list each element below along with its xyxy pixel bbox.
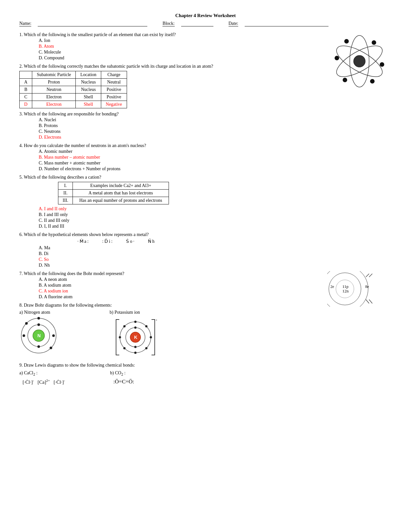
q5-option-b: B. I and III only (39, 212, 392, 217)
svg-line-18 (369, 300, 372, 303)
q4-option-d: D. Number of electrons + Number of proto… (39, 166, 392, 172)
header-line: Name: Block: Date: (19, 21, 392, 26)
date-label: Date: (229, 21, 238, 26)
svg-point-9 (343, 78, 347, 82)
svg-point-39 (134, 321, 137, 323)
dot-di: :D̈i: (102, 239, 118, 244)
svg-point-4 (335, 56, 339, 60)
svg-point-46 (123, 347, 126, 350)
q5-options: A. I and II only B. I and III only C. II… (39, 206, 392, 229)
svg-line-19 (366, 274, 369, 277)
dot-so: Ṡo· (126, 239, 140, 244)
svg-point-27 (37, 317, 40, 320)
q4-option-c: C. Mass number + atomic number (39, 161, 392, 166)
q5-table: I. Examples include Ca2+ and Al3+ II. A … (58, 182, 169, 204)
page-container: Chapter 4 Review Worksheet Name: Block: … (19, 13, 392, 385)
svg-point-30 (25, 322, 28, 325)
svg-text:12n: 12n (342, 289, 349, 293)
svg-text:8e: 8e (365, 284, 369, 289)
q7-bohr-model: 11p 12n 2e 8e (327, 271, 379, 308)
q9-text: 9. Draw Lewis diagrams to show the follo… (19, 363, 392, 368)
q3-option-c: C. Neutrons (39, 129, 392, 134)
q5-option-d: D. I, II and III (39, 224, 392, 229)
q6-options: A. Ma B. Di C. So D. Nh (39, 245, 392, 268)
q5-row-3: III. Has an equal number of protons and … (58, 197, 169, 204)
question-7: 7. Which of the following does the Bohr … (19, 271, 392, 300)
q3-options: A. Nuclei B. Protons C. Neutrons D. Elec… (39, 117, 392, 140)
q9-b: b) CO2 : :Ö=C=Ö: (110, 370, 134, 385)
q6-option-b: B. Di (39, 251, 392, 256)
q8-potassium: b) Potassium ion - K (110, 310, 161, 360)
page-title: Chapter 4 Review Worksheet (19, 13, 392, 18)
q5-option-c: C. II and III only (39, 218, 392, 223)
svg-point-45 (145, 325, 148, 328)
name-field (38, 21, 147, 26)
question-6: 6. Which of the hypothetical elements sh… (19, 232, 392, 268)
svg-point-43 (123, 325, 126, 328)
q9-b-label: b) CO2 : (110, 370, 134, 377)
nitrogen-bohr-svg: N (19, 316, 58, 355)
question-8: 8. Draw Bohr diagrams for the following … (19, 303, 392, 360)
q3-option-b: B. Protons (39, 123, 392, 128)
q3-option-a: A. Nuclei (39, 117, 392, 123)
q6-dot-symbols: ·Ṁa: :D̈i: Ṡo· N̈h (77, 239, 392, 244)
q2-table: Subatomic Particle Location Charge A Pro… (19, 71, 127, 108)
svg-point-44 (145, 347, 148, 350)
q2-row-c: C Electron Shell Positive (20, 94, 127, 101)
svg-point-8 (372, 40, 376, 45)
q6-option-d: D. Nh (39, 263, 392, 268)
svg-line-17 (366, 300, 369, 303)
svg-point-25 (37, 345, 40, 348)
svg-line-20 (369, 274, 372, 277)
q2-row-b: B Neutron Nucleus Positive (20, 86, 127, 94)
q2-row-d: D Electron Shell Negative (20, 101, 127, 108)
q4-text: 4. How do you calculate the number of ne… (19, 143, 392, 148)
name-label: Name: (19, 21, 31, 26)
svg-point-41 (119, 336, 121, 339)
svg-text:K: K (134, 335, 137, 340)
date-field (245, 21, 328, 26)
svg-point-0 (354, 55, 365, 67)
q4-options: A. Atomic number B. Mass number – atomic… (39, 149, 392, 172)
q8-nitrogen: a) Nitrogen atom N (19, 310, 58, 356)
question-4: 4. How do you calculate the number of ne… (19, 143, 392, 172)
svg-point-28 (52, 334, 55, 337)
q4-option-a: A. Atomic number (39, 149, 392, 154)
q4-option-b: B. Mass number – atomic number (39, 155, 392, 160)
block-label: Block: (162, 21, 174, 26)
q2-row-a: A Proton Nucleus Neutral (20, 79, 127, 86)
q6-text: 6. Which of the hypothetical elements sh… (19, 232, 392, 237)
q5-row-1: I. Examples include Ca2+ and Al3+ (58, 182, 169, 190)
question-5: 5. Which of the following describes a ca… (19, 175, 392, 229)
svg-text:N: N (37, 333, 41, 338)
block-field (181, 21, 213, 26)
svg-text:-: - (156, 317, 157, 322)
content-area: 1. Which of the following is the smalles… (19, 32, 392, 385)
q5-text: 5. Which of the following describes a ca… (19, 175, 392, 180)
question-9: 9. Draw Lewis diagrams to show the follo… (19, 363, 392, 385)
q6-option-a: A. Ma (39, 245, 392, 251)
q9-a-formula: [·Ċl·]- [Ca]2+ [·Ċl·]- (23, 379, 65, 385)
svg-text:11p: 11p (342, 284, 348, 289)
svg-point-6 (344, 39, 349, 44)
svg-point-31 (50, 347, 52, 349)
q9-a-label: a) CaCl2 : (19, 370, 65, 377)
q9-a: a) CaCl2 : [·Ċl·]- [Ca]2+ [·Ċl·]- (19, 370, 65, 385)
svg-text:2e: 2e (330, 284, 334, 289)
q9-b-formula: :Ö=C=Ö: (113, 379, 134, 385)
q8-b-label: b) Potassium ion (110, 310, 161, 315)
svg-point-7 (370, 79, 375, 84)
q5-row-2: II. A metal atom that has lost electrons (58, 190, 169, 197)
dot-ma: ·Ṁa: (77, 239, 94, 244)
svg-point-36 (134, 327, 137, 329)
q5-option-a: A. I and II only (39, 206, 392, 212)
svg-point-37 (134, 346, 137, 348)
dot-nh: N̈h (148, 239, 155, 244)
svg-point-40 (134, 352, 137, 354)
svg-point-5 (380, 62, 384, 67)
question-3: 3. Which of the following are responsibl… (19, 112, 392, 140)
svg-point-24 (37, 323, 40, 326)
q6-option-c: C. So (39, 257, 392, 262)
svg-point-29 (23, 334, 25, 337)
q3-text: 3. Which of the following are responsibl… (19, 112, 392, 117)
